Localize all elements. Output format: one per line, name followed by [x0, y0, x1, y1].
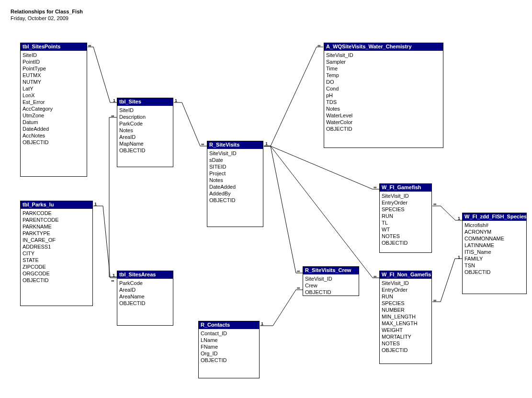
marker-one: 1 [458, 216, 460, 221]
marker-inf: ∞ [433, 298, 436, 303]
table-title: W_FI_Non_Gamefish [380, 271, 431, 279]
field: OBJECTID [382, 239, 430, 246]
table-fields: SiteVisit_IDEntryOrderSPECIESRUNTLWTNOTE… [380, 192, 431, 248]
table-tbl-sitesareas[interactable]: tbl_SitesAreas ParkCodeAreaIDAreaNameOBJ… [117, 271, 173, 326]
table-fields: SiteVisit_IDCrewOBJECTID [303, 274, 359, 297]
field: AreaName [119, 293, 171, 300]
field: FName [201, 343, 257, 350]
marker-inf: ∞ [433, 202, 436, 206]
field: sDate [209, 157, 261, 163]
field: Temp [326, 72, 441, 79]
table-title: tbl_SitesAreas [117, 271, 173, 279]
field: WaterLevel [326, 112, 441, 119]
marker-inf: ∞ [297, 286, 300, 290]
marker-one: 1 [94, 202, 97, 206]
table-a-wq-sitevisits-water-chemistry[interactable]: A_WQSiteVisits_Water_Chemistry SiteVisit… [324, 43, 443, 148]
table-title: W_FI_Gamefish [380, 184, 431, 192]
field: NOTES [382, 340, 430, 347]
field: TSN [464, 262, 524, 269]
field: ParkCode [119, 120, 171, 127]
field: RUN [382, 213, 430, 219]
field: PARKNAME [23, 223, 91, 230]
table-title: W_FI_zdd_FISH_Species [463, 213, 526, 221]
field: SiteID [23, 52, 85, 58]
field: DateAdded [209, 183, 261, 190]
field: SiteVisit_ID [209, 150, 261, 157]
field: NUTMY [23, 79, 85, 85]
marker-one: 1 [175, 99, 177, 103]
field: pH [326, 92, 441, 99]
table-tbl-sites[interactable]: tbl_Sites SiteIDDescriptionParkCodeNotes… [117, 98, 173, 167]
field: Time [326, 65, 441, 72]
table-fields: Microfish#ACRONYMCOMMONNAMELATINNAMEITIS… [463, 221, 526, 277]
table-r-sitevisits-crew[interactable]: R_SiteVisits_Crew SiteVisit_IDCrewOBJECT… [303, 266, 359, 296]
table-title: tbl_Parks_lu [21, 201, 92, 209]
field: SiteVisit_ID [382, 193, 430, 199]
table-fields: SiteIDDescriptionParkCodeNotesAreaIDMapN… [117, 106, 173, 156]
table-fields: SiteIDPointIDPointTypeEUTMXNUTMYLatYLonX… [21, 51, 87, 148]
marker-inf: ∞ [201, 142, 204, 147]
table-title: R_SiteVisits [207, 141, 263, 149]
field: SiteVisit_ID [305, 275, 357, 282]
field: NUMBER [382, 307, 430, 313]
field: OBJECTID [326, 125, 441, 132]
field: ParkCode [119, 280, 171, 286]
table-r-contacts[interactable]: R_Contacts Contact_IDLNameFNameOrg_IDOBJ… [198, 321, 260, 378]
table-tbl-parks-lu[interactable]: tbl_Parks_lu PARKCODEPARENTCODEPARKNAMEP… [20, 201, 93, 306]
field: LonX [23, 92, 85, 99]
table-w-fi-zdd-fish-species[interactable]: W_FI_zdd_FISH_Species Microfish#ACRONYMC… [462, 213, 527, 294]
table-tbl-sitespoints[interactable]: tbl_SitesPoints SiteIDPointIDPointTypeEU… [20, 43, 87, 177]
field: AreaID [119, 134, 171, 140]
field: DO [326, 79, 441, 85]
field: ZIPCODE [23, 263, 91, 270]
table-fields: ParkCodeAreaIDAreaNameOBJECTID [117, 279, 173, 308]
marker-one: 1 [458, 255, 460, 260]
table-w-fi-gamefish[interactable]: W_FI_Gamefish SiteVisit_IDEntryOrderSPEC… [379, 183, 432, 253]
table-r-sitevisits[interactable]: R_SiteVisits SiteVisit_IDsDateSITEIDProj… [207, 141, 263, 227]
field: AccCategory [23, 105, 85, 112]
field: Notes [209, 177, 261, 183]
field: SPECIES [382, 206, 430, 213]
field: UtmZone [23, 112, 85, 119]
field: AccNotes [23, 132, 85, 139]
field: OBJECTID [382, 347, 430, 353]
marker-inf: ∞ [88, 44, 91, 48]
report-header: Relationships for Class_Fish Friday, Oct… [11, 9, 83, 21]
field: ADDRESS1 [23, 243, 91, 250]
field: Sampler [326, 58, 441, 65]
field: Datum [23, 119, 85, 125]
report-title: Relationships for Class_Fish [11, 9, 83, 14]
field: PointType [23, 65, 85, 72]
field: PARKTYPE [23, 230, 91, 237]
field: RUN [382, 293, 430, 300]
field: EUTMX [23, 72, 85, 79]
field: EntryOrder [382, 286, 430, 293]
table-w-fi-non-gamefish[interactable]: W_FI_Non_Gamefish SiteVisit_IDEntryOrder… [379, 271, 432, 364]
table-title: tbl_SitesPoints [21, 43, 87, 51]
field: Org_ID [201, 350, 257, 357]
marker-inf: ∞ [317, 44, 320, 48]
field: Notes [119, 127, 171, 134]
field: AreaID [119, 286, 171, 293]
field: OBJECTID [209, 197, 261, 204]
field: IN_CARE_OF [23, 237, 91, 243]
marker-inf: ∞ [374, 185, 376, 190]
field: COMMONNAME [464, 235, 524, 242]
field: Cond [326, 85, 441, 92]
field: OBJECTID [23, 139, 85, 146]
marker-inf: ∞ [111, 114, 114, 118]
field: ORGCODE [23, 270, 91, 277]
field: SiteVisit_ID [382, 280, 430, 286]
field: Contact_ID [201, 330, 257, 337]
field: PARKCODE [23, 210, 91, 216]
table-fields: SiteVisit_IDsDateSITEIDProjectNotesDateA… [207, 149, 263, 205]
field: STATE [23, 257, 91, 263]
marker-inf: ∞ [297, 269, 300, 273]
field: MapName [119, 140, 171, 147]
field: MIN_LENGTH [382, 313, 430, 320]
field: CITY [23, 250, 91, 257]
field: EntryOrder [382, 199, 430, 206]
field: LatY [23, 85, 85, 92]
field: LATINNAME [464, 242, 524, 249]
report-date: Friday, October 02, 2009 [11, 15, 83, 21]
